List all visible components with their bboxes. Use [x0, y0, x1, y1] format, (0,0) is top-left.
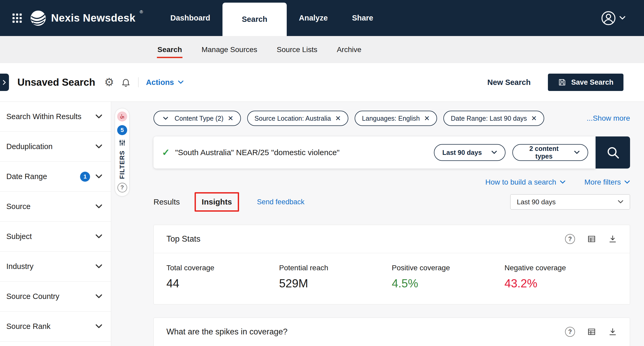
stat-value: 43.2% [504, 277, 617, 290]
more-filters-label: More filters [584, 178, 621, 186]
tab-results[interactable]: Results [153, 197, 180, 206]
filter-chip-date-range[interactable]: Date Range: Last 90 days ✕ [443, 111, 544, 126]
chevron-down-icon [95, 234, 102, 239]
sidebar-item-label: Source [6, 202, 31, 211]
search-bar: ✓ "South Australia" NEAR/25 "domestic vi… [153, 136, 630, 169]
top-tab-search[interactable]: Search [222, 3, 287, 36]
top-navigation: Nexis Newsdesk ® Dashboard Search Analyz… [0, 0, 644, 36]
filters-help-icon[interactable]: ? [117, 183, 127, 192]
user-avatar-icon [601, 11, 616, 26]
date-range-count-badge: 1 [80, 172, 90, 182]
sidebar-item-source-rank[interactable]: Source Rank [0, 312, 111, 342]
globe-logo-icon [29, 9, 47, 27]
content-types-dropdown[interactable]: 2 content types [512, 144, 588, 161]
send-feedback-link[interactable]: Send feedback [257, 198, 304, 206]
page-header: Unsaved Search ⚙ Actions New Search Save… [0, 63, 644, 102]
search-dropdowns: Last 90 days 2 content types [434, 144, 591, 161]
insights-date-range-value: Last 90 days [517, 198, 556, 206]
show-more-link[interactable]: ...Show more [587, 114, 630, 123]
stat-label: Total coverage [166, 264, 279, 272]
sidebar-item-source-country[interactable]: Source Country [0, 282, 111, 312]
filter-chip-content-type[interactable]: Content Type (2) ✕ [153, 111, 241, 126]
filter-chips-row: Content Type (2) ✕ Source Location: Aust… [153, 111, 630, 126]
page-title: Unsaved Search [17, 77, 95, 88]
more-filters-link[interactable]: More filters [584, 178, 630, 186]
subnav-tab-source-lists[interactable]: Source Lists [277, 45, 317, 54]
how-to-build-search-link[interactable]: How to build a search [485, 178, 565, 186]
stat-positive-coverage: Positive coverage 4.5% [392, 264, 504, 290]
actions-menu-button[interactable]: Actions [146, 78, 184, 87]
chip-label: Content Type (2) [175, 115, 224, 122]
account-menu-button[interactable] [601, 0, 626, 36]
vertical-divider [138, 77, 138, 87]
search-query-text[interactable]: "South Australia" NEAR/25 "domestic viol… [175, 148, 340, 157]
search-icon [606, 146, 620, 159]
stat-label: Potential reach [279, 264, 392, 272]
filter-sliders-icon [118, 139, 126, 147]
subnav-tab-search[interactable]: Search [157, 45, 182, 54]
subnav-tab-archive[interactable]: Archive [337, 45, 361, 54]
filters-panel-toggle[interactable]: -5 5 FILTERS ? [115, 108, 130, 196]
download-icon[interactable] [608, 327, 617, 336]
notifications-bell-icon[interactable] [121, 77, 131, 87]
sidebar-item-label: Source Country [6, 292, 60, 301]
top-tab-analyze[interactable]: Analyze [287, 0, 340, 36]
chevron-down-icon [574, 151, 580, 154]
sidebar-item-industry[interactable]: Industry [0, 252, 111, 282]
search-subnav: Search Manage Sources Source Lists Archi… [0, 36, 644, 63]
results-insights-tabs: Results Insights Send feedback Last 90 d… [153, 192, 630, 212]
remove-chip-icon[interactable]: ✕ [531, 115, 537, 122]
chevron-down-icon [618, 200, 623, 204]
how-to-build-search-label: How to build a search [485, 178, 556, 186]
download-icon[interactable] [608, 235, 617, 243]
expand-panel-button[interactable] [0, 74, 9, 91]
sidebar-item-date-range[interactable]: Date Range 1 [0, 162, 111, 192]
sidebar-item-subject[interactable]: Subject [0, 222, 111, 252]
app-launcher-grid-icon[interactable] [12, 0, 23, 36]
sidebar-item-source[interactable]: Source [0, 192, 111, 222]
remove-chip-icon[interactable]: ✕ [424, 115, 430, 122]
date-range-dropdown[interactable]: Last 90 days [434, 144, 506, 161]
remove-chip-icon[interactable]: ✕ [335, 115, 341, 122]
insights-date-range-select[interactable]: Last 90 days [510, 194, 630, 210]
sidebar-item-deduplication[interactable]: Deduplication [0, 132, 111, 162]
sidebar-item-label: Deduplication [6, 142, 53, 151]
content-area: Search Within Results Deduplication Date… [0, 102, 644, 346]
top-tab-dashboard[interactable]: Dashboard [158, 0, 222, 36]
chevron-down-icon [95, 144, 102, 149]
top-tab-share[interactable]: Share [340, 0, 385, 36]
chevron-down-icon [624, 180, 630, 184]
settings-gear-icon[interactable]: ⚙ [104, 77, 114, 88]
new-search-button[interactable]: New Search [487, 78, 531, 87]
chevron-down-icon [178, 80, 184, 84]
card-toolbar: ? [565, 234, 617, 244]
help-icon[interactable]: ? [565, 327, 575, 337]
save-search-button[interactable]: Save Search [548, 74, 623, 91]
brand-name: Nexis Newsdesk [51, 12, 136, 24]
sidebar-item-label: Date Range [6, 172, 47, 181]
top-nav-tabs: Dashboard Search Analyze Share [158, 0, 385, 36]
tab-insights[interactable]: Insights [202, 197, 232, 206]
chevron-down-icon [491, 151, 497, 154]
chevron-down-icon [95, 174, 102, 179]
registered-mark: ® [140, 9, 143, 15]
view-as-table-icon[interactable] [587, 235, 596, 243]
sidebar-item-search-within-results[interactable]: Search Within Results [0, 102, 111, 132]
search-submit-button[interactable] [596, 136, 630, 169]
subnav-tab-manage-sources[interactable]: Manage Sources [201, 45, 257, 54]
chevron-down-icon [95, 294, 102, 299]
main-panel: Content Type (2) ✕ Source Location: Aust… [111, 102, 644, 346]
remove-chip-icon[interactable]: ✕ [228, 115, 234, 122]
brand-logo[interactable]: Nexis Newsdesk ® [29, 0, 143, 36]
chevron-down-circle-icon[interactable] [161, 114, 170, 123]
help-icon[interactable]: ? [565, 234, 575, 244]
search-query-box[interactable]: ✓ "South Australia" NEAR/25 "domestic vi… [153, 136, 596, 169]
stat-negative-coverage: Negative coverage 43.2% [504, 264, 617, 290]
filter-chip-languages[interactable]: Languages: English ✕ [355, 111, 437, 126]
top-stats-header: Top Stats ? [154, 225, 630, 253]
valid-query-check-icon: ✓ [162, 147, 170, 158]
card-toolbar: ? [565, 327, 617, 337]
filter-chip-source-location[interactable]: Source Location: Australia ✕ [247, 111, 348, 126]
view-as-table-icon[interactable] [587, 327, 596, 336]
content-types-dropdown-label: 2 content types [521, 145, 567, 160]
